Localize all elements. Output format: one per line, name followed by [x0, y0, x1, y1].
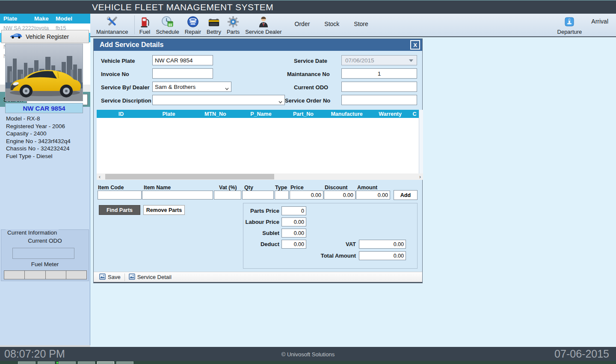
column-header-id[interactable]: ID — [97, 111, 145, 117]
price-input[interactable] — [290, 191, 323, 200]
column-header-partial[interactable]: C — [410, 111, 419, 117]
vehicle-register-button[interactable]: Vehicle Register — [1, 30, 89, 43]
scroll-left-arrow[interactable]: ‹ — [97, 174, 103, 180]
current-odo-input[interactable] — [341, 82, 417, 92]
item-name-input[interactable] — [142, 191, 213, 200]
item-code-input[interactable] — [98, 191, 142, 200]
remove-parts-button[interactable]: Remove Parts — [143, 205, 185, 215]
taskbar-button[interactable] — [59, 361, 76, 364]
service-date-picker[interactable]: 07/06/2015 — [341, 55, 417, 65]
toolbar-item-bettry[interactable]: Bettry — [207, 15, 221, 35]
toolbar-item-fuel[interactable]: Fuel — [139, 15, 150, 35]
type-input[interactable] — [275, 191, 289, 200]
dropdown-arrow-icon — [409, 59, 413, 62]
service-order-no-input[interactable] — [341, 95, 417, 105]
service-discription-combobox[interactable] — [152, 95, 285, 105]
add-service-details-dialog: Add Service Details X Vehicle Plate Invo… — [93, 38, 423, 283]
save-button[interactable]: Save — [96, 273, 124, 281]
detail-engine-no: Engine No - 3423rf432q4 — [6, 138, 87, 145]
total-amount-label: Total Amount — [313, 252, 356, 259]
status-copyright: © Univosoft Solutions — [0, 351, 616, 358]
qty-input[interactable] — [242, 191, 274, 200]
person-icon — [258, 15, 269, 28]
taskbar-button[interactable] — [38, 361, 55, 364]
column-header-warrenty[interactable]: Warrenty — [370, 111, 410, 117]
toolbar-item-store[interactable]: Store — [354, 21, 368, 27]
taskbar-button[interactable] — [18, 361, 36, 364]
toolbar-right-group: Departure Arrival — [557, 15, 616, 35]
toolbar-item-stock[interactable]: Stock — [324, 21, 339, 27]
vat-input[interactable] — [214, 191, 241, 200]
column-header-manufacture[interactable]: Manufacture — [323, 111, 370, 117]
service-detail-button[interactable]: Service Detail — [126, 273, 175, 281]
service-by-dealer-label: Service By/ Dealer — [101, 84, 149, 91]
application-window: VEHICLE FLEET MANAGEMENT SYSTEM Maintana… — [0, 0, 616, 364]
current-information-group: Current Information Current ODO Fuel Met… — [1, 229, 89, 281]
service-date-label: Service Date — [294, 58, 327, 64]
invoice-no-input[interactable] — [152, 68, 213, 79]
close-button[interactable]: X — [410, 40, 420, 50]
amount-input[interactable] — [356, 191, 390, 200]
toolbar-item-order[interactable]: Order — [295, 21, 310, 27]
battery-icon — [207, 15, 220, 28]
taskbar-button-active[interactable] — [97, 361, 114, 364]
maintanance-no-input[interactable] — [341, 68, 417, 79]
find-parts-button[interactable]: Find Parts — [99, 205, 140, 215]
fuel-pump-icon — [139, 15, 150, 28]
maintanance-no-label: Maintanance No — [287, 71, 330, 77]
current-odo-label: Current ODO — [1, 238, 89, 244]
column-header-plate[interactable]: Plate — [145, 111, 192, 117]
scroll-right-arrow[interactable]: › — [417, 174, 423, 180]
footer-separator — [124, 273, 125, 281]
dialog-title: Add Service Details — [100, 41, 163, 49]
app-title: VEHICLE FLEET MANAGEMENT SYSTEM — [92, 2, 273, 12]
toolbar-item-schedule[interactable]: Schedule — [156, 15, 179, 35]
invoice-no-label: Invoice No — [101, 71, 129, 77]
toolbar-item-service-dealer[interactable]: Service Dealer — [245, 15, 281, 35]
toolbar-item-parts[interactable]: Parts — [227, 15, 240, 35]
current-odo-input[interactable] — [12, 248, 74, 259]
parts-grid-hscrollbar[interactable]: ‹ › — [97, 173, 423, 180]
totals-panel: Parts Price Labour Price Sublet Deduct V… — [243, 203, 418, 269]
column-header-p-name[interactable]: P_Name — [239, 111, 283, 117]
departure-icon — [565, 15, 574, 28]
column-header-part-no[interactable]: Part_No — [283, 111, 323, 117]
deduct-input[interactable] — [281, 240, 306, 249]
service-by-dealer-combobox[interactable]: Sam & Brothers — [152, 82, 231, 92]
taskbar-button[interactable] — [78, 361, 95, 364]
taskbar-indicator — [56, 362, 58, 364]
vehicle-plate-label: Vehicle Plate — [101, 58, 135, 64]
discount-input[interactable] — [324, 191, 355, 200]
parts-price-input[interactable] — [281, 206, 306, 215]
labour-price-input[interactable] — [281, 217, 306, 226]
parts-grid-vscrollbar[interactable] — [419, 110, 423, 173]
total-amount-input[interactable] — [359, 251, 406, 260]
service-order-no-label: Service Order No — [285, 97, 330, 104]
parts-price-label: Parts Price — [243, 208, 279, 214]
toolbar-item-maintanance[interactable]: Maintanance — [96, 15, 128, 35]
qty-label: Qty — [244, 185, 253, 191]
discount-label: Discount — [325, 185, 347, 191]
vat-input[interactable] — [359, 240, 406, 249]
column-header-mtn-no[interactable]: MTN_No — [192, 111, 239, 117]
column-header-make[interactable]: Make — [34, 15, 56, 22]
vehicle-photo — [5, 44, 83, 101]
type-label: Type — [275, 185, 287, 191]
toolbar-item-arrival[interactable]: Arrival — [591, 18, 608, 25]
clock-calendar-icon — [161, 15, 174, 28]
add-button[interactable]: Add — [394, 190, 418, 200]
column-header-plate[interactable]: Plate — [3, 15, 34, 22]
car-lift-icon — [187, 15, 199, 28]
column-header-model[interactable]: Model — [56, 15, 90, 22]
scrollbar-thumb[interactable] — [105, 174, 274, 179]
toolbar-item-departure[interactable]: Departure — [557, 15, 582, 35]
sublet-input[interactable] — [281, 229, 306, 238]
parts-grid-body[interactable] — [97, 118, 419, 173]
status-date: 07-06-2015 — [554, 348, 609, 360]
vehicle-register-label: Vehicle Register — [26, 33, 69, 40]
toolbar-item-repair[interactable]: Repair — [185, 15, 201, 35]
dialog-header[interactable]: Add Service Details — [94, 39, 422, 51]
taskbar-button[interactable] — [116, 361, 133, 364]
amount-label: Amount — [357, 185, 377, 191]
vehicle-plate-input[interactable] — [152, 55, 213, 65]
